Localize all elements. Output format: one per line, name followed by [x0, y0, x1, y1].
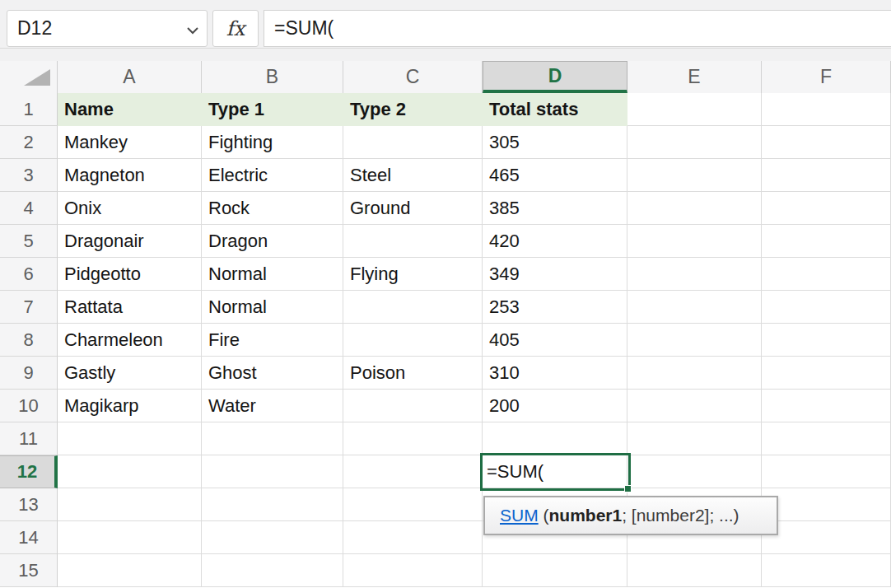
cell-D2[interactable]: 305: [483, 126, 627, 159]
row-header-15[interactable]: 15: [0, 554, 58, 587]
row-header-2[interactable]: 2: [0, 126, 58, 159]
cell-C5[interactable]: [343, 225, 483, 258]
insert-function-button[interactable]: fx: [212, 10, 259, 47]
cell-F15[interactable]: [762, 554, 891, 587]
cell-F14[interactable]: [762, 521, 891, 554]
cell-C9[interactable]: Poison: [343, 357, 483, 390]
column-header-F[interactable]: F: [762, 61, 891, 93]
cell-E1[interactable]: [627, 93, 762, 126]
name-box[interactable]: D12: [7, 10, 208, 47]
cell-E6[interactable]: [627, 258, 762, 291]
cell-D7[interactable]: 253: [483, 291, 627, 324]
row-header-9[interactable]: 9: [0, 357, 58, 390]
row-header-5[interactable]: 5: [0, 225, 58, 258]
cell-C14[interactable]: [343, 521, 483, 554]
cell-D10[interactable]: 200: [483, 390, 627, 422]
cell-D12[interactable]: =SUM(: [483, 455, 627, 488]
row-header-13[interactable]: 13: [0, 488, 58, 521]
cell-F4[interactable]: [762, 192, 891, 225]
cell-B5[interactable]: Dragon: [202, 225, 343, 258]
cell-B6[interactable]: Normal: [202, 258, 343, 291]
row-header-8[interactable]: 8: [0, 324, 58, 357]
cell-C4[interactable]: Ground: [343, 192, 483, 225]
cell-B3[interactable]: Electric: [202, 159, 343, 192]
column-header-C[interactable]: C: [343, 61, 483, 93]
cell-A14[interactable]: [58, 521, 202, 554]
cell-F12[interactable]: [762, 455, 891, 488]
cell-F11[interactable]: [762, 422, 891, 455]
row-header-14[interactable]: 14: [0, 521, 58, 554]
cell-B9[interactable]: Ghost: [202, 357, 343, 390]
cell-A10[interactable]: Magikarp: [58, 390, 202, 422]
cell-C3[interactable]: Steel: [343, 159, 483, 192]
cell-A8[interactable]: Charmeleon: [58, 324, 202, 357]
cell-A12[interactable]: [58, 455, 202, 488]
cell-B8[interactable]: Fire: [202, 324, 343, 357]
row-header-3[interactable]: 3: [0, 159, 58, 192]
cell-D3[interactable]: 465: [483, 159, 627, 192]
cell-C6[interactable]: Flying: [343, 258, 483, 291]
cell-F6[interactable]: [762, 258, 891, 291]
cell-D1[interactable]: Total stats: [483, 93, 627, 126]
cell-A11[interactable]: [58, 422, 202, 455]
cell-A6[interactable]: Pidgeotto: [58, 258, 202, 291]
column-header-E[interactable]: E: [627, 61, 762, 93]
cell-B15[interactable]: [202, 554, 343, 587]
cell-D6[interactable]: 349: [483, 258, 627, 291]
cell-F5[interactable]: [762, 225, 891, 258]
function-name-link[interactable]: SUM: [500, 506, 539, 525]
cell-E9[interactable]: [627, 357, 762, 390]
select-all-corner[interactable]: [0, 61, 58, 93]
cell-E10[interactable]: [627, 390, 762, 422]
fill-handle[interactable]: [624, 485, 632, 492]
column-header-A[interactable]: A: [58, 61, 202, 93]
row-header-12[interactable]: 12: [0, 455, 58, 488]
cell-A9[interactable]: Gastly: [58, 357, 202, 390]
cell-A1[interactable]: Name: [58, 93, 202, 126]
row-header-11[interactable]: 11: [0, 422, 58, 455]
cell-E5[interactable]: [627, 225, 762, 258]
cell-F7[interactable]: [762, 291, 891, 324]
cell-F2[interactable]: [762, 126, 891, 159]
column-header-B[interactable]: B: [202, 61, 343, 93]
row-header-10[interactable]: 10: [0, 390, 58, 422]
cell-C7[interactable]: [343, 291, 483, 324]
cell-C1[interactable]: Type 2: [343, 93, 483, 126]
row-header-6[interactable]: 6: [0, 258, 58, 291]
cell-B1[interactable]: Type 1: [202, 93, 343, 126]
cell-B13[interactable]: [202, 488, 343, 521]
row-header-1[interactable]: 1: [0, 93, 58, 126]
row-header-4[interactable]: 4: [0, 192, 58, 225]
cell-F9[interactable]: [762, 357, 891, 390]
cell-E11[interactable]: [627, 422, 762, 455]
cell-E3[interactable]: [627, 159, 762, 192]
chevron-down-icon[interactable]: [187, 17, 198, 40]
formula-input[interactable]: =SUM(: [264, 10, 891, 47]
cell-D4[interactable]: 385: [483, 192, 627, 225]
cell-A13[interactable]: [58, 488, 202, 521]
cell-E4[interactable]: [627, 192, 762, 225]
cell-F10[interactable]: [762, 390, 891, 422]
cell-A7[interactable]: Rattata: [58, 291, 202, 324]
cell-B12[interactable]: [202, 455, 343, 488]
cell-A4[interactable]: Onix: [58, 192, 202, 225]
cell-C10[interactable]: [343, 390, 483, 422]
cell-C13[interactable]: [343, 488, 483, 521]
cell-C12[interactable]: [343, 455, 483, 488]
cell-A2[interactable]: Mankey: [58, 126, 202, 159]
cell-F8[interactable]: [762, 324, 891, 357]
row-header-7[interactable]: 7: [0, 291, 58, 324]
cell-C8[interactable]: [343, 324, 483, 357]
cell-A5[interactable]: Dragonair: [58, 225, 202, 258]
cell-E7[interactable]: [627, 291, 762, 324]
cell-A15[interactable]: [58, 554, 202, 587]
cell-E12[interactable]: [627, 455, 762, 488]
cell-A3[interactable]: Magneton: [58, 159, 202, 192]
cell-D8[interactable]: 405: [483, 324, 627, 357]
cell-D15[interactable]: [483, 554, 627, 587]
column-header-D[interactable]: D: [483, 61, 627, 93]
cell-C2[interactable]: [343, 126, 483, 159]
cell-D9[interactable]: 310: [483, 357, 627, 390]
cell-B7[interactable]: Normal: [202, 291, 343, 324]
cell-D5[interactable]: 420: [483, 225, 627, 258]
